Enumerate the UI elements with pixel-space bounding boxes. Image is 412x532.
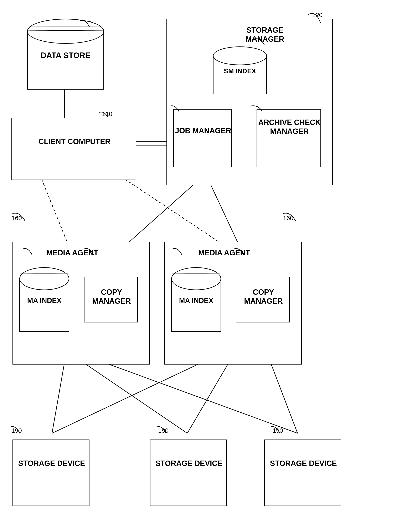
ref-170a-arrow [20,243,37,259]
ref-180b-arrow [231,243,248,259]
archive-check-manager-label: ARCHIVE CHECK MANAGER [257,118,322,136]
svg-line-12 [187,362,229,433]
ref-140-arrow [166,100,183,117]
ref-190c-arrow [267,421,284,437]
ref-130-arrow [248,32,268,49]
job-manager-label: JOB MANAGER [174,126,232,135]
storage-device-1-label: STORAGE DEVICE [13,459,90,468]
right-ma-index-cylinder: MA INDEX [171,267,221,332]
storage-device-2-label: STORAGE DEVICE [150,459,228,468]
right-media-agent-box: MEDIA AGENT MA INDEX COPY MANAGER [164,242,302,364]
ref-160b-arrow [279,206,300,225]
storage-device-3-label: STORAGE DEVICE [265,459,342,468]
left-copy-manager-label: COPY MANAGER [84,288,138,305]
left-media-agent-box: MEDIA AGENT MA INDEX COPY MANAGER [12,242,150,364]
left-copy-manager-box: COPY MANAGER [84,277,138,323]
ref-110-arrow [96,106,112,123]
svg-line-5 [125,179,225,246]
right-ma-index-label: MA INDEX [171,296,221,304]
ref-120-arrow [304,6,329,27]
left-ma-index-label: MA INDEX [19,296,69,304]
svg-line-6 [125,179,200,246]
ref-190a-arrow [7,421,24,437]
svg-line-4 [42,179,69,246]
storage-device-3-box: STORAGE DEVICE [264,439,341,506]
svg-line-8 [52,362,64,433]
client-computer-label: CLIENT COMPUTER [12,137,137,146]
ref-190b-arrow [154,421,170,437]
right-copy-manager-label: COPY MANAGER [236,288,291,305]
job-manager-box: JOB MANAGER [173,109,232,167]
sm-index-label: SM INDEX [213,67,267,75]
client-computer-box: CLIENT COMPUTER [11,118,136,180]
left-ma-index-cylinder: MA INDEX [19,267,69,332]
ref-100-arrow [77,15,94,31]
ref-150-arrow [246,100,266,117]
storage-device-1-box: STORAGE DEVICE [12,439,90,506]
data-store-label: DATA STORE [27,51,104,60]
ref-160a-arrow [8,206,29,225]
svg-line-11 [52,362,202,433]
svg-line-7 [208,179,239,246]
right-copy-manager-box: COPY MANAGER [236,277,290,323]
svg-line-9 [83,362,187,433]
archive-check-manager-box: ARCHIVE CHECK MANAGER [256,109,321,167]
sm-index-cylinder: SM INDEX [213,47,267,94]
ref-180a-arrow [81,243,98,259]
ref-170b-arrow [170,243,186,259]
storage-device-2-box: STORAGE DEVICE [150,439,227,506]
